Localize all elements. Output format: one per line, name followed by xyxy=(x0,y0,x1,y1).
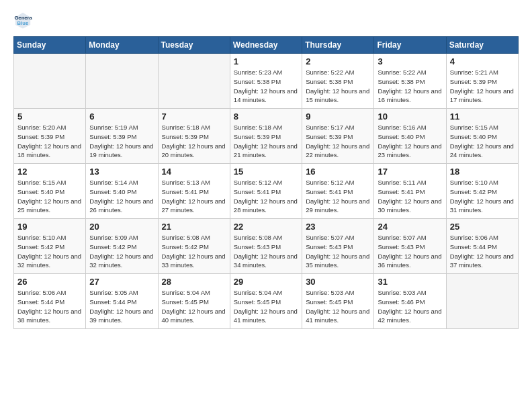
day-number: 18 xyxy=(450,167,515,177)
day-info: Sunrise: 5:03 AM Sunset: 5:46 PM Dayligh… xyxy=(378,288,442,325)
calendar-day-cell: 16Sunrise: 5:12 AM Sunset: 5:41 PM Dayli… xyxy=(302,164,374,219)
calendar-day-cell xyxy=(14,54,86,109)
weekday-header: Sunday xyxy=(14,37,86,54)
day-info: Sunrise: 5:05 AM Sunset: 5:44 PM Dayligh… xyxy=(89,288,154,325)
logo: General Blue xyxy=(13,11,35,30)
day-info: Sunrise: 5:20 AM Sunset: 5:39 PM Dayligh… xyxy=(17,123,82,160)
day-number: 21 xyxy=(162,222,226,232)
day-number: 1 xyxy=(234,56,298,66)
day-info: Sunrise: 5:19 AM Sunset: 5:39 PM Dayligh… xyxy=(89,123,154,160)
day-number: 12 xyxy=(17,167,82,177)
day-info: Sunrise: 5:12 AM Sunset: 5:41 PM Dayligh… xyxy=(306,178,370,215)
day-info: Sunrise: 5:15 AM Sunset: 5:40 PM Dayligh… xyxy=(450,123,515,160)
day-number: 6 xyxy=(89,111,154,122)
day-number: 17 xyxy=(378,167,442,177)
calendar-day-cell: 13Sunrise: 5:14 AM Sunset: 5:40 PM Dayli… xyxy=(86,164,158,219)
calendar-day-cell xyxy=(158,54,230,109)
svg-text:General: General xyxy=(14,15,32,21)
day-info: Sunrise: 5:22 AM Sunset: 5:38 PM Dayligh… xyxy=(306,68,370,105)
calendar-day-cell: 8Sunrise: 5:18 AM Sunset: 5:39 PM Daylig… xyxy=(230,109,302,164)
day-info: Sunrise: 5:04 AM Sunset: 5:45 PM Dayligh… xyxy=(234,288,298,325)
day-number: 25 xyxy=(450,222,515,232)
day-info: Sunrise: 5:08 AM Sunset: 5:43 PM Dayligh… xyxy=(234,233,298,270)
day-number: 11 xyxy=(450,111,515,122)
calendar-day-cell: 30Sunrise: 5:03 AM Sunset: 5:45 PM Dayli… xyxy=(302,274,374,329)
day-number: 24 xyxy=(378,222,442,232)
day-number: 30 xyxy=(306,277,370,287)
day-info: Sunrise: 5:03 AM Sunset: 5:45 PM Dayligh… xyxy=(306,288,370,325)
day-number: 3 xyxy=(378,56,442,66)
weekday-header: Tuesday xyxy=(158,37,230,54)
weekday-header: Saturday xyxy=(446,37,518,54)
day-number: 10 xyxy=(378,111,442,122)
day-number: 26 xyxy=(17,277,82,287)
calendar-day-cell: 22Sunrise: 5:08 AM Sunset: 5:43 PM Dayli… xyxy=(230,219,302,274)
calendar-day-cell: 18Sunrise: 5:10 AM Sunset: 5:42 PM Dayli… xyxy=(446,164,518,219)
day-number: 28 xyxy=(162,277,226,287)
calendar-day-cell: 20Sunrise: 5:09 AM Sunset: 5:42 PM Dayli… xyxy=(86,219,158,274)
calendar-week-row: 19Sunrise: 5:10 AM Sunset: 5:42 PM Dayli… xyxy=(14,219,519,274)
calendar-day-cell: 3Sunrise: 5:22 AM Sunset: 5:38 PM Daylig… xyxy=(374,54,446,109)
calendar-week-row: 1Sunrise: 5:23 AM Sunset: 5:38 PM Daylig… xyxy=(14,54,519,109)
calendar-table: SundayMondayTuesdayWednesdayThursdayFrid… xyxy=(13,36,519,329)
day-info: Sunrise: 5:10 AM Sunset: 5:42 PM Dayligh… xyxy=(17,233,82,270)
calendar-day-cell: 5Sunrise: 5:20 AM Sunset: 5:39 PM Daylig… xyxy=(14,109,86,164)
day-info: Sunrise: 5:22 AM Sunset: 5:38 PM Dayligh… xyxy=(378,68,442,105)
day-info: Sunrise: 5:13 AM Sunset: 5:41 PM Dayligh… xyxy=(162,178,226,215)
day-info: Sunrise: 5:10 AM Sunset: 5:42 PM Dayligh… xyxy=(450,178,515,215)
day-info: Sunrise: 5:23 AM Sunset: 5:38 PM Dayligh… xyxy=(234,68,298,105)
calendar-day-cell: 6Sunrise: 5:19 AM Sunset: 5:39 PM Daylig… xyxy=(86,109,158,164)
calendar-day-cell: 28Sunrise: 5:04 AM Sunset: 5:45 PM Dayli… xyxy=(158,274,230,329)
weekday-header: Wednesday xyxy=(230,37,302,54)
calendar-day-cell: 15Sunrise: 5:12 AM Sunset: 5:41 PM Dayli… xyxy=(230,164,302,219)
calendar-day-cell: 9Sunrise: 5:17 AM Sunset: 5:39 PM Daylig… xyxy=(302,109,374,164)
calendar-day-cell xyxy=(446,274,518,329)
calendar-week-row: 5Sunrise: 5:20 AM Sunset: 5:39 PM Daylig… xyxy=(14,109,519,164)
day-info: Sunrise: 5:18 AM Sunset: 5:39 PM Dayligh… xyxy=(234,123,298,160)
day-number: 8 xyxy=(234,111,298,122)
day-number: 14 xyxy=(162,167,226,177)
day-number: 23 xyxy=(306,222,370,232)
day-info: Sunrise: 5:09 AM Sunset: 5:42 PM Dayligh… xyxy=(89,233,154,270)
weekday-header: Thursday xyxy=(302,37,374,54)
day-info: Sunrise: 5:14 AM Sunset: 5:40 PM Dayligh… xyxy=(89,178,154,215)
calendar-day-cell: 24Sunrise: 5:07 AM Sunset: 5:43 PM Dayli… xyxy=(374,219,446,274)
calendar-day-cell xyxy=(86,54,158,109)
logo-icon: General Blue xyxy=(13,11,32,30)
calendar-day-cell: 11Sunrise: 5:15 AM Sunset: 5:40 PM Dayli… xyxy=(446,109,518,164)
day-info: Sunrise: 5:16 AM Sunset: 5:40 PM Dayligh… xyxy=(378,123,442,160)
svg-text:Blue: Blue xyxy=(17,20,29,26)
calendar-day-cell: 29Sunrise: 5:04 AM Sunset: 5:45 PM Dayli… xyxy=(230,274,302,329)
day-info: Sunrise: 5:06 AM Sunset: 5:44 PM Dayligh… xyxy=(17,288,82,325)
day-info: Sunrise: 5:15 AM Sunset: 5:40 PM Dayligh… xyxy=(17,178,82,215)
calendar-day-cell: 31Sunrise: 5:03 AM Sunset: 5:46 PM Dayli… xyxy=(374,274,446,329)
day-number: 22 xyxy=(234,222,298,232)
day-number: 27 xyxy=(89,277,154,287)
calendar-day-cell: 7Sunrise: 5:18 AM Sunset: 5:39 PM Daylig… xyxy=(158,109,230,164)
calendar-day-cell: 12Sunrise: 5:15 AM Sunset: 5:40 PM Dayli… xyxy=(14,164,86,219)
day-info: Sunrise: 5:07 AM Sunset: 5:43 PM Dayligh… xyxy=(378,233,442,270)
calendar-day-cell: 2Sunrise: 5:22 AM Sunset: 5:38 PM Daylig… xyxy=(302,54,374,109)
day-number: 2 xyxy=(306,56,370,66)
calendar-day-cell: 27Sunrise: 5:05 AM Sunset: 5:44 PM Dayli… xyxy=(86,274,158,329)
day-number: 13 xyxy=(89,167,154,177)
calendar-day-cell: 26Sunrise: 5:06 AM Sunset: 5:44 PM Dayli… xyxy=(14,274,86,329)
day-number: 31 xyxy=(378,277,442,287)
day-info: Sunrise: 5:17 AM Sunset: 5:39 PM Dayligh… xyxy=(306,123,370,160)
day-number: 20 xyxy=(89,222,154,232)
calendar-day-cell: 10Sunrise: 5:16 AM Sunset: 5:40 PM Dayli… xyxy=(374,109,446,164)
day-info: Sunrise: 5:12 AM Sunset: 5:41 PM Dayligh… xyxy=(234,178,298,215)
calendar-day-cell: 4Sunrise: 5:21 AM Sunset: 5:39 PM Daylig… xyxy=(446,54,518,109)
day-number: 19 xyxy=(17,222,82,232)
day-info: Sunrise: 5:08 AM Sunset: 5:42 PM Dayligh… xyxy=(162,233,226,270)
day-info: Sunrise: 5:18 AM Sunset: 5:39 PM Dayligh… xyxy=(162,123,226,160)
day-number: 5 xyxy=(17,111,82,122)
header: General Blue xyxy=(13,11,519,30)
calendar-day-cell: 21Sunrise: 5:08 AM Sunset: 5:42 PM Dayli… xyxy=(158,219,230,274)
day-info: Sunrise: 5:04 AM Sunset: 5:45 PM Dayligh… xyxy=(162,288,226,325)
day-info: Sunrise: 5:11 AM Sunset: 5:41 PM Dayligh… xyxy=(378,178,442,215)
calendar-day-cell: 14Sunrise: 5:13 AM Sunset: 5:41 PM Dayli… xyxy=(158,164,230,219)
calendar-day-cell: 23Sunrise: 5:07 AM Sunset: 5:43 PM Dayli… xyxy=(302,219,374,274)
calendar-week-row: 12Sunrise: 5:15 AM Sunset: 5:40 PM Dayli… xyxy=(14,164,519,219)
calendar-week-row: 26Sunrise: 5:06 AM Sunset: 5:44 PM Dayli… xyxy=(14,274,519,329)
